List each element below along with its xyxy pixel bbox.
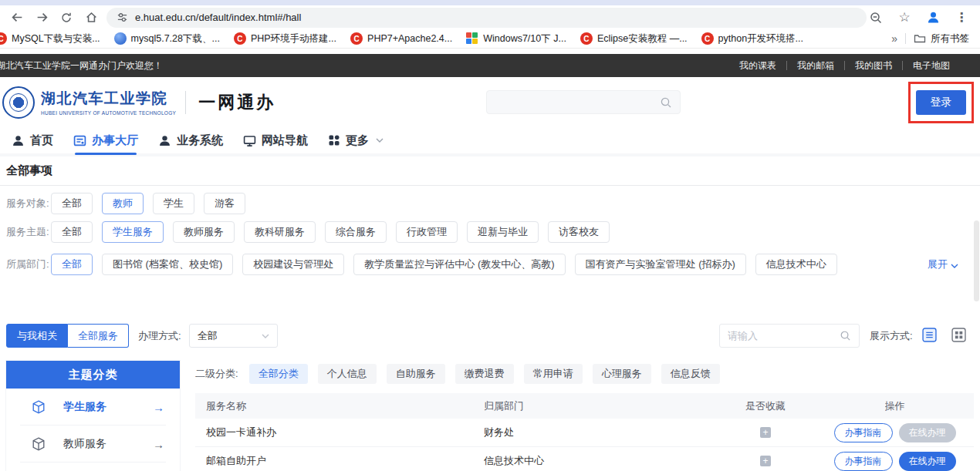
subcategory-chip[interactable]: 缴费退费	[455, 364, 514, 384]
nav-item-home[interactable]: 首页	[12, 127, 53, 153]
sidebar-item-research-services[interactable]: 教科研服务→	[6, 463, 180, 471]
subcategory-chip[interactable]: 个人信息	[318, 364, 377, 384]
services-table: 服务名称归属部门是否收藏操作 校园一卡通补办财务处+办事指南在线办理邮箱自助开户…	[195, 393, 974, 471]
csdn-favicon-icon: C	[701, 32, 714, 45]
list-view-icon[interactable]	[922, 328, 937, 342]
filter-option[interactable]: 国有资产与实验室管理处 (招标办)	[575, 254, 746, 275]
filter-option[interactable]: 学生服务	[102, 221, 164, 243]
university-name-cn: 湖北汽车工业学院	[41, 89, 176, 109]
subcategory-chip[interactable]: 信息反馈	[661, 364, 720, 384]
bookmark-label: PHP7+Apache2.4...	[367, 33, 452, 44]
bookmark-item[interactable]: CPHP环境手动搭建...	[234, 32, 336, 45]
subcategory-chip[interactable]: 心理服务	[593, 364, 651, 384]
topbar-links: 我的课表我的邮箱我的图书电子地图	[729, 61, 960, 70]
header-search-input[interactable]	[495, 96, 660, 108]
filter-option[interactable]: 图书馆 (档案馆、校史馆)	[102, 254, 233, 275]
address-bar[interactable]: e.huat.edu.cn/default/index.html#/hall	[106, 8, 867, 28]
subcategory-chip[interactable]: 自助服务	[387, 364, 445, 384]
filter-option[interactable]: 游客	[204, 193, 245, 214]
filter-option[interactable]: 行政管理	[396, 221, 458, 243]
profile-avatar[interactable]	[924, 8, 942, 27]
filter-option[interactable]: 教学质量监控与评估中心 (教发中心、高教)	[353, 254, 565, 275]
row-actions: 办事指南在线办理	[834, 423, 956, 442]
filter-option[interactable]: 教师	[102, 193, 144, 214]
favorite-cell: +	[760, 427, 771, 438]
scope-tab[interactable]: 全部服务	[68, 324, 129, 348]
sidebar-item-label: 学生服务	[63, 400, 106, 414]
guide-button[interactable]: 办事指南	[834, 423, 893, 442]
bookmark-star-icon[interactable]: ☆	[895, 8, 914, 27]
sphere-favicon-icon	[114, 32, 127, 45]
services-section: 主题分类 学生服务→教师服务→教科研服务→ 二级分类: 全部分类个人信息自助服务…	[6, 361, 974, 471]
nav-item-business-systems[interactable]: 业务系统	[158, 127, 223, 153]
sidebar-item-teacher-services[interactable]: 教师服务→	[6, 426, 180, 463]
filter-option[interactable]: 综合服务	[325, 221, 387, 243]
nav-item-site-navigation[interactable]: 网站导航	[243, 127, 308, 153]
site-settings-icon[interactable]	[116, 12, 128, 24]
online-handle-button[interactable]: 在线办理	[899, 452, 956, 471]
sidebar-item-student-services[interactable]: 学生服务→	[6, 389, 180, 426]
online-handle-button[interactable]: 在线办理	[899, 423, 956, 442]
home-button[interactable]	[82, 8, 100, 27]
reload-button[interactable]	[57, 8, 76, 27]
filter-option[interactable]: 访客校友	[548, 221, 610, 243]
guide-button[interactable]: 办事指南	[834, 452, 893, 471]
portal-title: 一网通办	[198, 91, 275, 114]
hall-icon	[73, 134, 86, 147]
filter-option[interactable]: 全部	[51, 193, 93, 214]
column-header: 服务名称	[206, 399, 484, 413]
user-icon	[12, 134, 25, 147]
back-button[interactable]	[8, 8, 26, 27]
zoom-out-icon[interactable]	[867, 8, 885, 27]
sidebar-title: 主题分类	[6, 361, 180, 389]
service-search-input[interactable]	[728, 330, 840, 341]
service-search[interactable]	[719, 324, 860, 348]
topbar-link[interactable]: 我的课表	[729, 61, 786, 70]
filter-option[interactable]: 教科研服务	[244, 221, 316, 243]
table-body: 校园一卡通补办财务处+办事指南在线办理邮箱自助开户信息技术中心+办事指南在线办理	[195, 419, 974, 471]
bookmark-item[interactable]: CMySQL下载与安装...	[0, 32, 100, 45]
nav-item-label: 网站导航	[262, 133, 308, 148]
nav-item-service-hall[interactable]: 办事大厅	[73, 127, 138, 153]
nav-item-label: 办事大厅	[92, 133, 138, 148]
bookmark-item[interactable]: Windows7/10下 J...	[466, 32, 566, 45]
bookmark-item[interactable]: mysql5.7.28下载、...	[114, 32, 220, 45]
service-hall-content: 全部事项 服务对象:全部教师学生游客服务主题:全部学生服务教师服务教科研服务综合…	[0, 156, 980, 275]
subcategory-chip[interactable]: 常用申请	[524, 364, 583, 384]
nav-item-more[interactable]: 更多	[328, 127, 384, 153]
filter-option[interactable]: 全部	[51, 254, 93, 275]
expand-link[interactable]: 展开	[928, 257, 958, 271]
annotation-highlight-box: 登录	[908, 82, 974, 123]
filter-option[interactable]: 校园建设与管理处	[242, 254, 344, 275]
bookmark-item[interactable]: CEclipse安装教程 —...	[580, 32, 688, 45]
forward-button[interactable]	[32, 8, 51, 27]
menu-dots-icon[interactable]: ⋮	[952, 8, 971, 27]
bookmarks-overflow-chevron[interactable]: »	[891, 32, 897, 45]
topbar-link[interactable]: 电子地图	[902, 61, 960, 70]
filter-option[interactable]: 学生	[153, 193, 194, 214]
page-scrollbar[interactable]	[974, 220, 979, 301]
subcategory-chip[interactable]: 全部分类	[249, 364, 308, 384]
method-select[interactable]: 全部	[189, 324, 278, 348]
filter-option[interactable]: 迎新与毕业	[467, 221, 539, 243]
login-button[interactable]: 登录	[916, 90, 966, 115]
subcategory-label: 二级分类:	[195, 367, 238, 381]
bookmark-item[interactable]: CPHP7+Apache2.4...	[350, 32, 452, 45]
topbar-link[interactable]: 我的邮箱	[786, 61, 844, 70]
topbar-link[interactable]: 我的图书	[844, 61, 902, 70]
filter-option[interactable]: 信息技术中心	[755, 254, 837, 275]
header-search[interactable]	[486, 90, 681, 114]
filter-option[interactable]: 全部	[51, 221, 93, 243]
favorite-add-button[interactable]: +	[760, 427, 771, 438]
filter-option[interactable]: 教师服务	[173, 221, 235, 243]
table-row: 邮箱自助开户信息技术中心+办事指南在线办理	[195, 447, 974, 471]
table-header-row: 服务名称归属部门是否收藏操作	[195, 393, 974, 419]
scope-tab[interactable]: 与我相关	[6, 324, 68, 348]
grid-view-icon[interactable]	[951, 328, 966, 342]
bookmark-item[interactable]: Cpython开发环境搭...	[701, 32, 803, 45]
filter-row: 所属部门:全部图书馆 (档案馆、校史馆)校园建设与管理处教学质量监控与评估中心 …	[6, 254, 980, 275]
all-bookmarks-button[interactable]: 所有书签	[914, 32, 969, 45]
search-icon	[660, 96, 672, 109]
favorite-add-button[interactable]: +	[760, 456, 771, 466]
filter-row: 服务对象:全部教师学生游客	[6, 193, 980, 214]
